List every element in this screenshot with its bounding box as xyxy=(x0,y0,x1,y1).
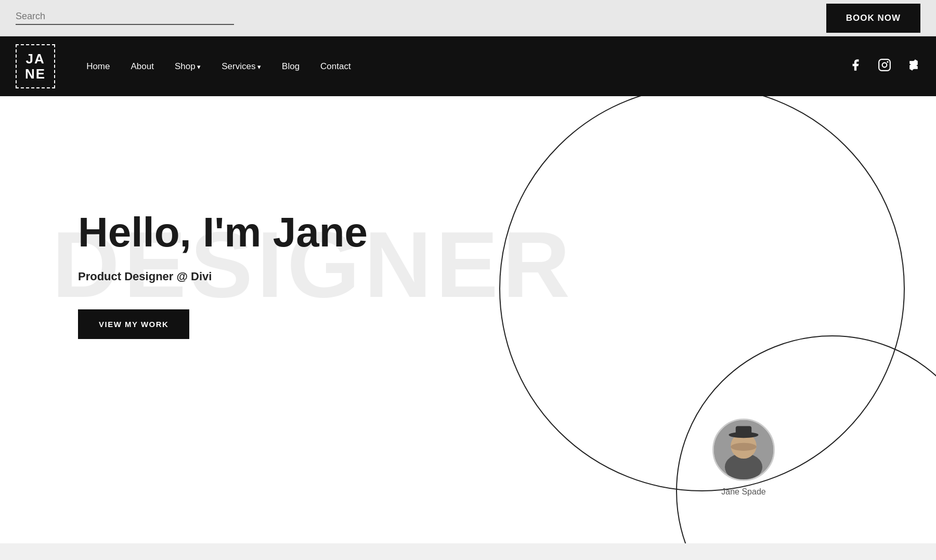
nav-link-contact[interactable]: Contact xyxy=(320,61,351,71)
hero-title: Hello, I'm Jane xyxy=(78,211,936,254)
nav-item-about[interactable]: About xyxy=(131,61,153,72)
nav-link-shop[interactable]: Shop xyxy=(175,61,201,71)
svg-point-1 xyxy=(882,62,887,67)
nav-item-contact[interactable]: Contact xyxy=(320,61,351,72)
navbar-left: JA NE Home About Shop Services Blog Cont… xyxy=(16,44,351,88)
book-now-button[interactable]: BOOK NOW xyxy=(826,4,920,33)
nav-item-blog[interactable]: Blog xyxy=(282,61,300,72)
search-area[interactable] xyxy=(16,11,234,25)
svg-rect-0 xyxy=(879,59,890,71)
top-bar: BOOK NOW xyxy=(0,0,936,36)
nav-item-home[interactable]: Home xyxy=(86,61,110,72)
avatar xyxy=(712,419,775,481)
deviantart-icon[interactable] xyxy=(907,58,920,75)
nav-item-services[interactable]: Services xyxy=(222,61,261,72)
nav-link-about[interactable]: About xyxy=(131,61,153,71)
nav-item-shop[interactable]: Shop xyxy=(175,61,201,72)
hero-content: Hello, I'm Jane Product Designer @ Divi … xyxy=(0,96,936,339)
nav-links: Home About Shop Services Blog Contact xyxy=(86,61,351,72)
svg-point-2 xyxy=(887,61,888,62)
nav-link-services[interactable]: Services xyxy=(222,61,261,71)
nav-link-blog[interactable]: Blog xyxy=(282,61,300,71)
svg-rect-7 xyxy=(736,426,751,436)
social-icons xyxy=(849,58,920,75)
avatar-image xyxy=(714,420,773,479)
view-work-button[interactable]: VIEW MY WORK xyxy=(78,309,189,339)
svg-point-8 xyxy=(731,443,756,451)
navbar: JA NE Home About Shop Services Blog Cont… xyxy=(0,36,936,96)
site-logo[interactable]: JA NE xyxy=(16,44,55,88)
nav-link-home[interactable]: Home xyxy=(86,61,110,71)
profile-section: Jane Spade xyxy=(712,419,775,497)
profile-name: Jane Spade xyxy=(721,487,765,497)
search-input[interactable] xyxy=(16,11,234,22)
hero-subtitle: Product Designer @ Divi xyxy=(78,270,936,283)
instagram-icon[interactable] xyxy=(878,58,891,75)
facebook-icon[interactable] xyxy=(849,58,862,75)
hero-section: DESIGNER Hello, I'm Jane Product Designe… xyxy=(0,96,936,543)
